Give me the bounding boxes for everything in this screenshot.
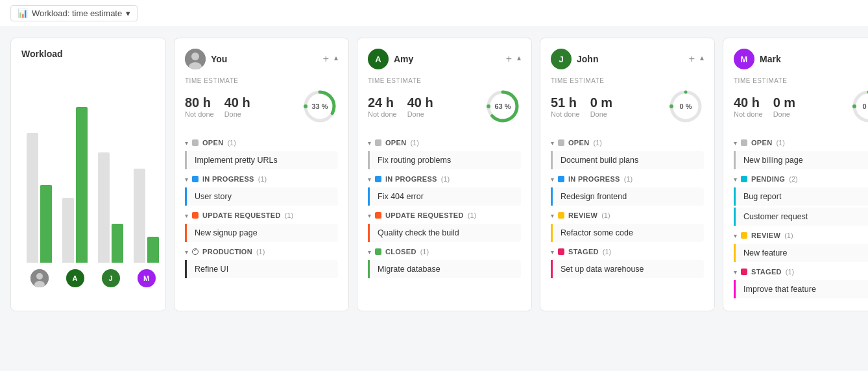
done-value-mark: 0 m bbox=[773, 95, 795, 110]
section-header-closed[interactable]: ▾ CLOSED (1) bbox=[368, 244, 521, 258]
section-header-inprogress[interactable]: ▾ IN PROGRESS (1) bbox=[368, 171, 521, 186]
add-button-john[interactable]: + bbox=[689, 53, 695, 65]
done-john: 0 m Done bbox=[590, 95, 612, 118]
person-columns: You + ▴ TIME ESTIMATE 80 h Not done 40 h… bbox=[174, 38, 868, 311]
section-label-inprogress: IN PROGRESS bbox=[568, 175, 620, 183]
chart-col-mark: M bbox=[134, 81, 159, 287]
bar-gray-john bbox=[98, 152, 110, 263]
section-header-update[interactable]: ▾ UPDATE REQUESTED (1) bbox=[185, 208, 338, 222]
time-estimate-section-mark: TIME ESTIMATE 40 h Not done 0 m Done 0 % bbox=[734, 77, 868, 125]
done-amy: 40 h Done bbox=[407, 95, 433, 118]
section-header-review[interactable]: ▾ REVIEW (1) bbox=[551, 208, 704, 222]
dot-review bbox=[741, 232, 747, 239]
workload-button[interactable]: 📊 Workload: time estimate ▾ bbox=[10, 5, 138, 21]
avatar-mark: M bbox=[138, 269, 156, 287]
section-header-pending[interactable]: ▾ PENDING (2) bbox=[734, 171, 868, 186]
task-item[interactable]: User story bbox=[185, 187, 338, 206]
avatar-mark: M bbox=[734, 49, 754, 69]
task-item[interactable]: Quality check the build bbox=[368, 224, 521, 242]
chevron-production: ▾ bbox=[185, 248, 188, 256]
task-item[interactable]: Document build plans bbox=[551, 151, 704, 169]
done-value-you: 40 h bbox=[224, 95, 250, 110]
section-header-production[interactable]: ▾ ✓ PRODUCTION (1) bbox=[185, 244, 338, 258]
task-item[interactable]: Migrate database bbox=[368, 260, 521, 278]
task-item[interactable]: Set up data warehouse bbox=[551, 260, 704, 278]
section-header-open[interactable]: ▾ OPEN (1) bbox=[185, 135, 338, 149]
donut-amy: 63 % bbox=[485, 88, 521, 125]
bar-gray-mark bbox=[134, 169, 145, 263]
section-count-update: (1) bbox=[285, 211, 293, 219]
task-item[interactable]: Refactor some code bbox=[551, 224, 704, 242]
section-count-production: (1) bbox=[256, 248, 265, 256]
task-item[interactable]: New signup page bbox=[185, 224, 338, 242]
avatar-you bbox=[185, 49, 206, 69]
section-header-staged[interactable]: ▾ STAGED (1) bbox=[551, 244, 704, 258]
task-item[interactable]: Refine UI bbox=[185, 260, 338, 278]
time-estimate-label-john: TIME ESTIMATE bbox=[551, 77, 704, 84]
chart-col-you bbox=[27, 81, 52, 287]
top-bar: 📊 Workload: time estimate ▾ bbox=[0, 0, 868, 27]
add-button-amy[interactable]: + bbox=[506, 53, 512, 65]
person-header-you: You + ▴ bbox=[185, 49, 338, 69]
task-item[interactable]: Customer request bbox=[734, 208, 868, 226]
dot-staged bbox=[558, 248, 564, 255]
section-count-update: (1) bbox=[468, 211, 476, 219]
task-item[interactable]: New feature bbox=[734, 244, 868, 262]
task-label: New feature bbox=[743, 248, 787, 257]
not-done-value-amy: 24 h bbox=[368, 95, 397, 110]
task-item[interactable]: Redesign frontend bbox=[551, 187, 704, 206]
chevron-open: ▾ bbox=[734, 139, 737, 147]
task-item[interactable]: Bug report bbox=[734, 187, 868, 206]
section-header-review[interactable]: ▾ REVIEW (1) bbox=[734, 228, 868, 242]
collapse-button-you[interactable]: ▴ bbox=[334, 53, 338, 65]
svg-point-11 bbox=[487, 104, 490, 108]
collapse-button-amy[interactable]: ▴ bbox=[517, 53, 521, 65]
add-button-you[interactable]: + bbox=[323, 53, 329, 65]
section-label-staged: STAGED bbox=[751, 268, 782, 276]
section-label-update: UPDATE REQUESTED bbox=[202, 211, 281, 219]
section-header-inprogress[interactable]: ▾ IN PROGRESS (1) bbox=[551, 171, 704, 186]
done-value-john: 0 m bbox=[590, 95, 612, 110]
section-header-staged[interactable]: ▾ STAGED (1) bbox=[734, 264, 868, 278]
task-label: Redesign frontend bbox=[561, 192, 627, 201]
task-item[interactable]: Fix routing problems bbox=[368, 151, 521, 169]
bar-green-john bbox=[112, 224, 123, 263]
chart-col-amy: A bbox=[62, 81, 88, 287]
task-label: Migrate database bbox=[378, 265, 440, 274]
section-header-open[interactable]: ▾ OPEN (1) bbox=[551, 135, 704, 149]
progress-label-john: 0 % bbox=[680, 102, 692, 110]
section-header-open[interactable]: ▾ OPEN (1) bbox=[734, 135, 868, 149]
person-info-you: You bbox=[185, 49, 227, 69]
done-mark: 0 m Done bbox=[773, 95, 795, 118]
task-label: Fix routing problems bbox=[378, 156, 451, 165]
sections-mark: ▾ OPEN (1) New billing page ▾ PENDING (2… bbox=[734, 135, 868, 298]
avatar-amy: A bbox=[66, 269, 84, 287]
person-name-you: You bbox=[211, 54, 227, 64]
time-stats-you: 80 h Not done 40 h Done 33 % bbox=[185, 88, 338, 125]
section-count-review: (1) bbox=[601, 211, 610, 219]
task-item[interactable]: Improve that feature bbox=[734, 280, 868, 298]
done-label-john: Done bbox=[590, 110, 612, 118]
not-done-john: 51 h Not done bbox=[551, 95, 580, 118]
dot-production: ✓ bbox=[192, 248, 199, 255]
section-header-update[interactable]: ▾ UPDATE REQUESTED (1) bbox=[368, 208, 521, 222]
bar-container-you bbox=[27, 81, 52, 263]
section-header-open[interactable]: ▾ OPEN (1) bbox=[368, 135, 521, 149]
task-item[interactable]: Implement pretty URLs bbox=[185, 151, 338, 169]
section-header-inprogress[interactable]: ▾ IN PROGRESS (1) bbox=[185, 171, 338, 186]
section-label-open: OPEN bbox=[385, 139, 406, 147]
person-info-amy: A Amy bbox=[368, 49, 413, 69]
dot-open bbox=[558, 139, 564, 146]
person-info-john: J John bbox=[551, 49, 598, 69]
task-label: Customer request bbox=[743, 212, 808, 221]
task-label: Improve that feature bbox=[743, 285, 816, 294]
task-item[interactable]: New billing page bbox=[734, 151, 868, 169]
chevron-staged: ▾ bbox=[734, 269, 737, 276]
task-item[interactable]: Fix 404 error bbox=[368, 187, 521, 206]
svg-point-4 bbox=[191, 53, 199, 60]
collapse-button-john[interactable]: ▴ bbox=[700, 53, 704, 65]
time-estimate-section-you: TIME ESTIMATE 80 h Not done 40 h Done 33… bbox=[185, 77, 338, 125]
task-label: New signup page bbox=[195, 228, 258, 237]
chevron-pending: ▾ bbox=[734, 176, 737, 183]
dot-staged bbox=[741, 269, 747, 275]
